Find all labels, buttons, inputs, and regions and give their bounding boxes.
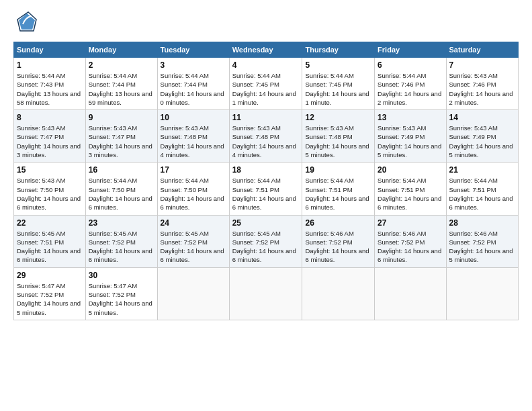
day-number: 19 (305, 165, 371, 175)
calendar-cell: 14 Sunrise: 5:43 AMSunset: 7:49 PMDaylig… (446, 110, 518, 163)
day-info: Sunrise: 5:44 AMSunset: 7:51 PMDaylight:… (378, 177, 441, 211)
calendar-cell (302, 267, 375, 320)
day-number: 9 (89, 113, 154, 122)
day-number: 23 (89, 218, 154, 228)
day-info: Sunrise: 5:44 AMSunset: 7:45 PMDaylight:… (232, 72, 296, 106)
calendar-cell: 16 Sunrise: 5:44 AMSunset: 7:50 PMDaylig… (85, 163, 157, 215)
day-header-thursday: Thursday (302, 42, 375, 58)
day-info: Sunrise: 5:44 AMSunset: 7:51 PMDaylight:… (449, 177, 513, 211)
day-number: 21 (449, 165, 515, 175)
day-number: 14 (449, 113, 515, 122)
header (13, 11, 519, 35)
day-info: Sunrise: 5:43 AMSunset: 7:48 PMDaylight:… (305, 124, 369, 158)
calendar-cell: 27 Sunrise: 5:46 AMSunset: 7:52 PMDaylig… (375, 215, 446, 267)
calendar-cell: 22 Sunrise: 5:45 AMSunset: 7:51 PMDaylig… (14, 215, 86, 267)
day-number: 4 (232, 60, 300, 70)
calendar-cell: 4 Sunrise: 5:44 AMSunset: 7:45 PMDayligh… (229, 58, 302, 110)
day-number: 16 (89, 165, 154, 175)
day-number: 26 (305, 218, 371, 228)
day-info: Sunrise: 5:44 AMSunset: 7:44 PMDaylight:… (89, 72, 152, 106)
calendar-cell: 8 Sunrise: 5:43 AMSunset: 7:47 PMDayligh… (14, 110, 86, 163)
day-number: 3 (161, 60, 226, 70)
calendar-cell: 3 Sunrise: 5:44 AMSunset: 7:44 PMDayligh… (157, 58, 229, 110)
day-number: 10 (161, 113, 226, 122)
day-info: Sunrise: 5:45 AMSunset: 7:52 PMDaylight:… (232, 230, 296, 264)
day-header-saturday: Saturday (446, 42, 518, 58)
calendar-cell (375, 267, 446, 320)
day-info: Sunrise: 5:45 AMSunset: 7:51 PMDaylight:… (17, 230, 81, 264)
day-info: Sunrise: 5:47 AMSunset: 7:52 PMDaylight:… (17, 282, 81, 316)
day-number: 1 (17, 60, 83, 70)
calendar-cell: 19 Sunrise: 5:44 AMSunset: 7:51 PMDaylig… (302, 163, 375, 215)
day-number: 6 (378, 60, 443, 70)
day-header-wednesday: Wednesday (229, 42, 302, 58)
calendar-cell: 5 Sunrise: 5:44 AMSunset: 7:45 PMDayligh… (302, 58, 375, 110)
calendar-cell: 2 Sunrise: 5:44 AMSunset: 7:44 PMDayligh… (85, 58, 157, 110)
day-number: 28 (449, 218, 515, 228)
calendar-cell: 29 Sunrise: 5:47 AMSunset: 7:52 PMDaylig… (14, 267, 86, 320)
calendar-cell: 6 Sunrise: 5:44 AMSunset: 7:46 PMDayligh… (375, 58, 446, 110)
day-number: 7 (449, 60, 515, 70)
day-info: Sunrise: 5:45 AMSunset: 7:52 PMDaylight:… (161, 230, 224, 264)
day-info: Sunrise: 5:44 AMSunset: 7:51 PMDaylight:… (305, 177, 369, 211)
calendar-cell: 20 Sunrise: 5:44 AMSunset: 7:51 PMDaylig… (375, 163, 446, 215)
day-info: Sunrise: 5:44 AMSunset: 7:50 PMDaylight:… (161, 177, 224, 211)
calendar-cell: 18 Sunrise: 5:44 AMSunset: 7:51 PMDaylig… (229, 163, 302, 215)
day-info: Sunrise: 5:46 AMSunset: 7:52 PMDaylight:… (449, 230, 513, 264)
day-number: 13 (378, 113, 443, 122)
day-number: 25 (232, 218, 300, 228)
day-info: Sunrise: 5:43 AMSunset: 7:49 PMDaylight:… (449, 124, 513, 158)
day-header-tuesday: Tuesday (157, 42, 229, 58)
calendar-cell (157, 267, 229, 320)
calendar-cell: 9 Sunrise: 5:43 AMSunset: 7:47 PMDayligh… (85, 110, 157, 163)
day-info: Sunrise: 5:43 AMSunset: 7:50 PMDaylight:… (17, 177, 81, 211)
calendar-cell: 15 Sunrise: 5:43 AMSunset: 7:50 PMDaylig… (14, 163, 86, 215)
day-info: Sunrise: 5:44 AMSunset: 7:45 PMDaylight:… (305, 72, 369, 106)
day-number: 17 (161, 165, 226, 175)
day-number: 11 (232, 113, 300, 122)
day-number: 29 (17, 271, 83, 280)
calendar-cell: 11 Sunrise: 5:43 AMSunset: 7:48 PMDaylig… (229, 110, 302, 163)
calendar-cell: 23 Sunrise: 5:45 AMSunset: 7:52 PMDaylig… (85, 215, 157, 267)
day-number: 22 (17, 218, 83, 228)
day-number: 5 (305, 60, 371, 70)
calendar-cell: 13 Sunrise: 5:43 AMSunset: 7:49 PMDaylig… (375, 110, 446, 163)
day-header-monday: Monday (85, 42, 157, 58)
day-number: 15 (17, 165, 83, 175)
calendar-week-row: 8 Sunrise: 5:43 AMSunset: 7:47 PMDayligh… (14, 110, 519, 163)
calendar-cell: 7 Sunrise: 5:43 AMSunset: 7:46 PMDayligh… (446, 58, 518, 110)
calendar-week-row: 1 Sunrise: 5:44 AMSunset: 7:43 PMDayligh… (14, 58, 519, 110)
day-number: 8 (17, 113, 83, 122)
calendar-cell: 26 Sunrise: 5:46 AMSunset: 7:52 PMDaylig… (302, 215, 375, 267)
day-number: 24 (161, 218, 226, 228)
day-info: Sunrise: 5:43 AMSunset: 7:46 PMDaylight:… (449, 72, 513, 106)
day-info: Sunrise: 5:47 AMSunset: 7:52 PMDaylight:… (89, 282, 152, 316)
calendar-cell: 1 Sunrise: 5:44 AMSunset: 7:43 PMDayligh… (14, 58, 86, 110)
day-header-friday: Friday (375, 42, 446, 58)
day-info: Sunrise: 5:44 AMSunset: 7:44 PMDaylight:… (161, 72, 224, 106)
logo (13, 11, 40, 35)
calendar-cell (446, 267, 518, 320)
calendar-cell: 25 Sunrise: 5:45 AMSunset: 7:52 PMDaylig… (229, 215, 302, 267)
day-number: 20 (378, 165, 443, 175)
day-info: Sunrise: 5:45 AMSunset: 7:52 PMDaylight:… (89, 230, 152, 264)
calendar-cell (229, 267, 302, 320)
calendar-week-row: 22 Sunrise: 5:45 AMSunset: 7:51 PMDaylig… (14, 215, 519, 267)
calendar-cell: 24 Sunrise: 5:45 AMSunset: 7:52 PMDaylig… (157, 215, 229, 267)
calendar-cell: 28 Sunrise: 5:46 AMSunset: 7:52 PMDaylig… (446, 215, 518, 267)
day-info: Sunrise: 5:46 AMSunset: 7:52 PMDaylight:… (305, 230, 369, 264)
calendar-week-row: 29 Sunrise: 5:47 AMSunset: 7:52 PMDaylig… (14, 267, 519, 320)
calendar-cell: 12 Sunrise: 5:43 AMSunset: 7:48 PMDaylig… (302, 110, 375, 163)
day-number: 2 (89, 60, 154, 70)
day-info: Sunrise: 5:43 AMSunset: 7:48 PMDaylight:… (232, 124, 296, 158)
day-number: 18 (232, 165, 300, 175)
calendar-cell: 10 Sunrise: 5:43 AMSunset: 7:48 PMDaylig… (157, 110, 229, 163)
calendar-table: SundayMondayTuesdayWednesdayThursdayFrid… (13, 42, 519, 320)
calendar-header-row: SundayMondayTuesdayWednesdayThursdayFrid… (14, 42, 519, 58)
day-info: Sunrise: 5:44 AMSunset: 7:50 PMDaylight:… (89, 177, 152, 211)
day-number: 12 (305, 113, 371, 122)
day-info: Sunrise: 5:44 AMSunset: 7:46 PMDaylight:… (378, 72, 441, 106)
day-header-sunday: Sunday (14, 42, 86, 58)
calendar-cell: 21 Sunrise: 5:44 AMSunset: 7:51 PMDaylig… (446, 163, 518, 215)
calendar-week-row: 15 Sunrise: 5:43 AMSunset: 7:50 PMDaylig… (14, 163, 519, 215)
